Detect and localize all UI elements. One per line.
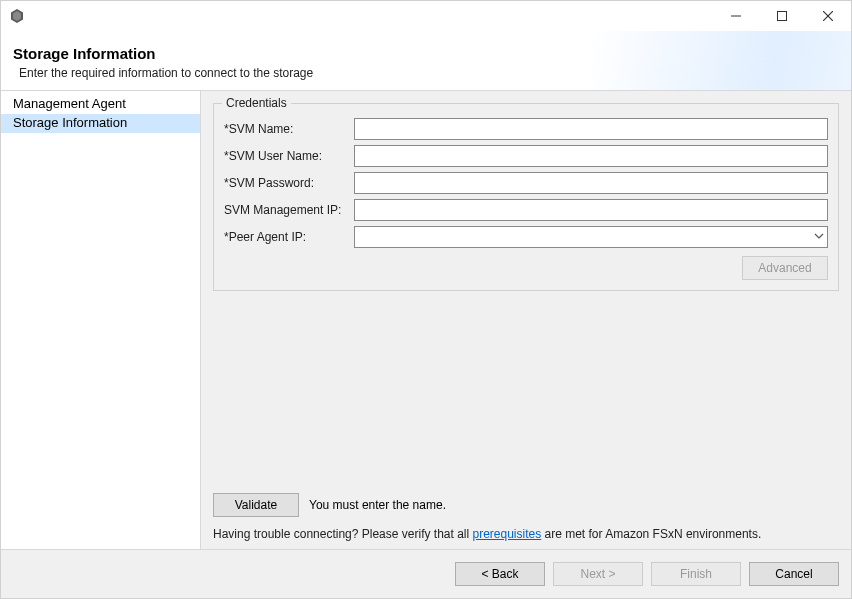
row-svm-mgmt-ip: SVM Management IP: xyxy=(224,199,828,221)
input-svm-name[interactable] xyxy=(354,118,828,140)
advanced-button[interactable]: Advanced xyxy=(742,256,828,280)
svg-rect-3 xyxy=(778,12,787,21)
help-prefix: Having trouble connecting? Please verify… xyxy=(213,527,472,541)
wizard-steps-sidebar: Management Agent Storage Information xyxy=(1,91,201,549)
label-svm-name: *SVM Name: xyxy=(224,122,354,136)
input-svm-password[interactable] xyxy=(354,172,828,194)
row-svm-name: *SVM Name: xyxy=(224,118,828,140)
credentials-legend: Credentials xyxy=(222,96,291,110)
app-icon xyxy=(9,8,25,24)
sidebar-item-management-agent[interactable]: Management Agent xyxy=(1,95,200,114)
close-button[interactable] xyxy=(805,1,851,31)
finish-button[interactable]: Finish xyxy=(651,562,741,586)
advanced-row: Advanced xyxy=(224,256,828,280)
wizard-header: Storage Information Enter the required i… xyxy=(1,31,851,90)
main-panel: Credentials *SVM Name: *SVM User Name: *… xyxy=(201,91,851,549)
label-svm-mgmt-ip: SVM Management IP: xyxy=(224,203,354,217)
titlebar-left xyxy=(9,8,25,24)
page-title: Storage Information xyxy=(13,45,839,62)
page-subtitle: Enter the required information to connec… xyxy=(19,66,839,80)
wizard-footer: < Back Next > Finish Cancel xyxy=(1,550,851,598)
select-peer-agent-ip[interactable] xyxy=(354,226,828,248)
label-svm-password: *SVM Password: xyxy=(224,176,354,190)
validate-row: Validate You must enter the name. xyxy=(213,493,839,517)
wizard-body: Management Agent Storage Information Cre… xyxy=(1,90,851,550)
sidebar-item-storage-information[interactable]: Storage Information xyxy=(1,114,200,133)
next-button[interactable]: Next > xyxy=(553,562,643,586)
maximize-button[interactable] xyxy=(759,1,805,31)
help-text: Having trouble connecting? Please verify… xyxy=(213,527,839,541)
help-suffix: are met for Amazon FSxN environments. xyxy=(541,527,761,541)
credentials-group: Credentials *SVM Name: *SVM User Name: *… xyxy=(213,103,839,291)
row-peer-agent-ip: *Peer Agent IP: xyxy=(224,226,828,248)
row-svm-password: *SVM Password: xyxy=(224,172,828,194)
spacer xyxy=(213,291,839,487)
validate-button[interactable]: Validate xyxy=(213,493,299,517)
prerequisites-link[interactable]: prerequisites xyxy=(472,527,541,541)
input-svm-user[interactable] xyxy=(354,145,828,167)
cancel-button[interactable]: Cancel xyxy=(749,562,839,586)
titlebar xyxy=(1,1,851,31)
input-svm-mgmt-ip[interactable] xyxy=(354,199,828,221)
window-controls xyxy=(713,1,851,31)
back-button[interactable]: < Back xyxy=(455,562,545,586)
row-svm-user: *SVM User Name: xyxy=(224,145,828,167)
label-peer-agent-ip: *Peer Agent IP: xyxy=(224,230,354,244)
validate-message: You must enter the name. xyxy=(309,498,446,512)
label-svm-user: *SVM User Name: xyxy=(224,149,354,163)
minimize-button[interactable] xyxy=(713,1,759,31)
dialog-window: Storage Information Enter the required i… xyxy=(0,0,852,599)
